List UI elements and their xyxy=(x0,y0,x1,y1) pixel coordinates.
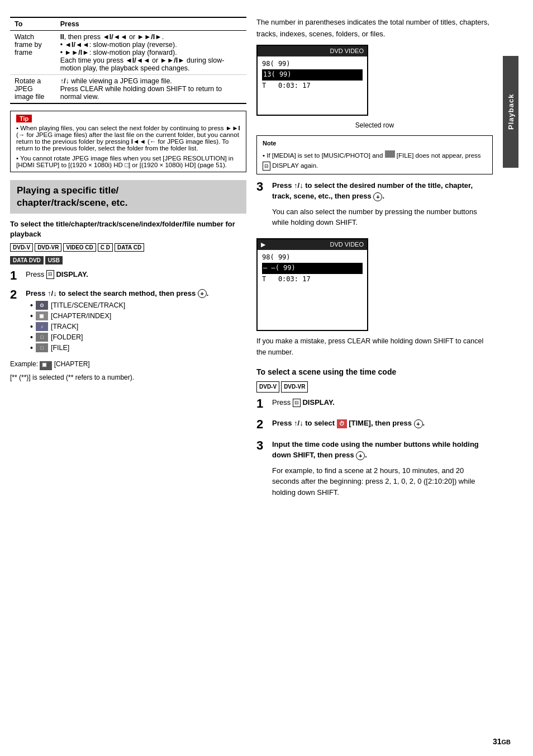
badge-videocd: VIDEO CD xyxy=(63,243,96,252)
tc-step-3: 3 Input the time code using the number b… xyxy=(256,439,493,503)
screen-display-1: DVD VIDEO 98( 99) 13( 99) T 0:03: 17 xyxy=(256,45,368,116)
time-code-heading: To select a scene using the time code xyxy=(256,366,493,378)
step-number-2: 2 xyxy=(10,288,26,301)
display-icon-tc: ⊟ xyxy=(293,399,301,408)
table-cell-to: Rotate a JPEGimage file xyxy=(10,75,56,104)
plus-button: + xyxy=(198,289,207,298)
file-icon-note xyxy=(385,150,395,158)
display-icon-note: ⊟ xyxy=(263,162,270,171)
time-icon: ⏱ xyxy=(337,419,347,428)
col-to-header: To xyxy=(10,17,56,31)
selected-row-label: Selected row xyxy=(256,120,493,131)
example-line: Example: ▣ [CHAPTER] xyxy=(10,360,246,370)
track-icon: ♪ xyxy=(36,322,48,331)
badge-datadvd: DATA DVD xyxy=(10,256,44,264)
list-item-chapter: • ▣ [CHAPTER/INDEX] xyxy=(30,311,246,320)
screen-line xyxy=(262,295,363,306)
title-icon: ⊙ xyxy=(36,301,48,310)
screen-display-2: ▶ DVD VIDEO 98( 99) – –( 99) T 0:03: 17 xyxy=(256,238,368,331)
list-item-track: • ♪ [TRACK] xyxy=(30,322,246,331)
screen-line xyxy=(262,91,363,102)
step-3-body: You can also select the number by pressi… xyxy=(272,206,493,228)
table-cell-press: ↑/↓ while viewing a JPEG image file. Pre… xyxy=(56,75,246,104)
screen-body-1: 98( 99) 13( 99) T 0:03: 17 xyxy=(258,56,367,115)
step-number-3: 3 xyxy=(256,180,272,193)
note-box: Note • If [MEDIA] is set to [MUSIC/PHOTO… xyxy=(256,135,493,174)
chapter-icon: ▣ xyxy=(36,311,48,320)
tc-step-3-bold: Input the time code using the number but… xyxy=(272,439,493,461)
badge-dvdvr-time: DVD-VR xyxy=(281,381,308,393)
example-chapter-icon: ▣ xyxy=(40,361,52,370)
section-heading: Playing a specific title/ chapter/track/… xyxy=(10,180,246,214)
step-1: 1 Press ⊟ DISPLAY. xyxy=(10,269,246,282)
list-item-file: • □ [FILE] xyxy=(30,343,246,352)
file-icon: □ xyxy=(36,343,48,352)
screen-line: 98( 99) xyxy=(262,59,363,69)
subsection-heading: To select the title/chapter/track/scene/… xyxy=(10,219,246,239)
badge-dvdv: DVD-V xyxy=(10,243,33,252)
step-number-1: 1 xyxy=(10,269,26,282)
badge-dvdv-time: DVD-V xyxy=(256,381,279,393)
tc-step-1-text: Press ⊟ DISPLAY. xyxy=(272,397,493,408)
screen-line xyxy=(262,102,363,112)
table-row: Rotate a JPEGimage file ↑/↓ while viewin… xyxy=(10,75,246,104)
tc-step-1: 1 Press ⊟ DISPLAY. xyxy=(256,397,493,413)
page-number: 31GB xyxy=(493,737,511,746)
folder-icon: □ xyxy=(36,333,48,342)
side-tab: Playback xyxy=(503,56,518,168)
screen-line xyxy=(262,316,363,327)
tc-step-2-text: Press ↑/↓ to select ⏱ [TIME], then press… xyxy=(272,418,493,429)
step-1-text: Press ⊟ DISPLAY. xyxy=(26,269,246,280)
screen-line: T 0:03: 17 xyxy=(262,274,363,285)
screen-line: T 0:03: 17 xyxy=(262,81,363,91)
step-3: 3 Press ↑/↓ to select the desired number… xyxy=(256,180,493,233)
list-item-folder: • □ [FOLDER] xyxy=(30,333,246,342)
note-text: • If [MEDIA] is set to [MUSIC/PHOTO] and… xyxy=(263,150,487,171)
table-cell-to: Watch frame byframe xyxy=(10,31,56,75)
badge-datacd: DATA CD xyxy=(115,243,144,252)
badge-row-2: DATA DVD USB xyxy=(10,256,246,264)
col-press-header: Press xyxy=(56,17,246,31)
tip-box: Tip • When playing files, you can select… xyxy=(10,111,246,172)
badge-row-1: DVD-V DVD-VR VIDEO CD C D DATA CD xyxy=(10,243,246,252)
section-title: Playing a specific title/ chapter/track/… xyxy=(17,185,240,209)
tip-item: • When playing files, you can select the… xyxy=(16,125,240,152)
press-table: To Press Watch frame byframe II, then pr… xyxy=(10,17,246,104)
tip-header: Tip xyxy=(16,115,32,122)
tc-step-number-1: 1 xyxy=(256,397,272,410)
screen-top-bar-1: DVD VIDEO xyxy=(258,46,367,57)
plus-button-tc2: + xyxy=(414,419,423,428)
mistake-text: If you make a mistake, press CLEAR while… xyxy=(256,336,493,358)
screen-top-bar-2: ▶ DVD VIDEO xyxy=(258,239,367,251)
step-3-bold: Press ↑/↓ to select the desired number o… xyxy=(272,180,493,202)
screen-line-selected-2: – –( 99) xyxy=(262,263,363,273)
screen-body-2: 98( 99) – –( 99) T 0:03: 17 xyxy=(258,250,367,329)
tc-step-number-3: 3 xyxy=(256,439,272,452)
list-item-title: • ⊙ [TITLE/SCENE/TRACK] xyxy=(30,301,246,310)
display-icon: ⊟ xyxy=(46,270,54,279)
badge-usb: USB xyxy=(45,256,63,264)
step-2-text: Press ↑/↓ to select the search method, t… xyxy=(26,288,246,299)
screen-label-1: DVD VIDEO xyxy=(330,46,364,56)
badge-cd: C D xyxy=(98,243,113,252)
step-2: 2 Press ↑/↓ to select the search method,… xyxy=(10,288,246,355)
table-cell-press: II, then press ◄I/◄◄ or ►►/I►. • ◄I/◄◄: … xyxy=(56,31,246,75)
screen-line: 98( 99) xyxy=(262,252,363,263)
right-intro: The number in parentheses indicates the … xyxy=(256,17,493,40)
table-row: Watch frame byframe II, then press ◄I/◄◄… xyxy=(10,31,246,75)
tc-step-3-body: For example, to find a scene at 2 hours,… xyxy=(272,465,493,498)
search-method-list: • ⊙ [TITLE/SCENE/TRACK] • ▣ [CHAPTER/IND… xyxy=(26,301,246,352)
tc-step-2: 2 Press ↑/↓ to select ⏱ [TIME], then pre… xyxy=(256,418,493,433)
tc-step-number-2: 2 xyxy=(256,418,272,431)
plus-button-tc3: + xyxy=(356,451,365,460)
badge-dvdvr: DVD-VR xyxy=(35,243,61,252)
screen-line xyxy=(262,285,363,295)
screen-label-2: DVD VIDEO xyxy=(330,240,364,250)
tip-item: • You cannot rotate JPEG image files whe… xyxy=(16,155,240,168)
note-header: Note xyxy=(263,139,487,149)
plus-button-3: + xyxy=(373,192,382,201)
time-badge-row: DVD-V DVD-VR xyxy=(256,381,493,393)
screen-line-selected: 13( 99) xyxy=(262,69,363,80)
screen-line xyxy=(262,306,363,316)
example-note: [** (**)] is selected (** refers to a nu… xyxy=(10,374,246,381)
